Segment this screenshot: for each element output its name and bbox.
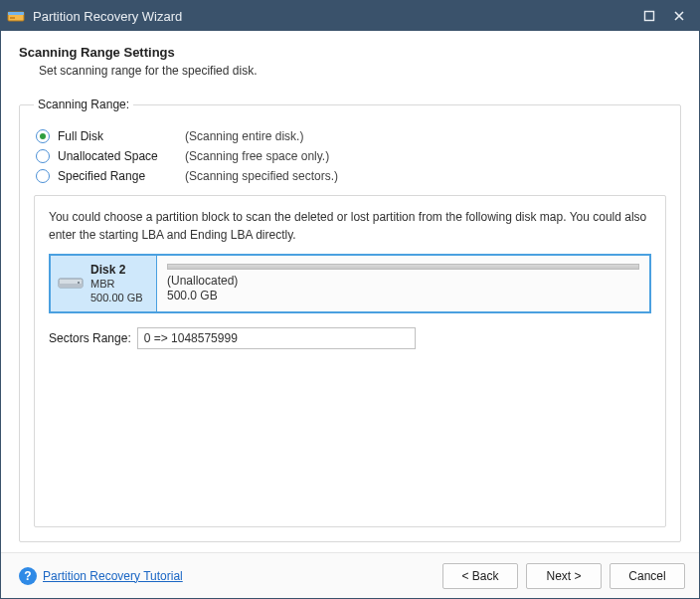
partition-label: (Unallocated) 500.0 GB: [167, 274, 639, 303]
radio-icon[interactable]: [36, 129, 50, 143]
page-title: Scanning Range Settings: [19, 45, 681, 60]
radio-option-full-disk[interactable]: Full Disk (Scanning entire disk.): [36, 129, 666, 143]
help-link-wrap: ? Partition Recovery Tutorial: [19, 567, 435, 585]
radio-label: Full Disk: [58, 129, 177, 143]
help-icon[interactable]: ?: [19, 567, 37, 585]
maximize-button[interactable]: [641, 8, 657, 24]
partition-bar: [167, 264, 639, 270]
radio-desc: (Scanning entire disk.): [185, 129, 303, 143]
svg-rect-1: [8, 12, 24, 15]
next-button[interactable]: Next >: [526, 563, 602, 589]
disk-meta: Disk 2 MBR 500.00 GB: [90, 263, 143, 305]
radio-desc: (Scanning specified sectors.): [185, 169, 338, 183]
page-subtitle: Set scanning range for the specified dis…: [39, 64, 681, 78]
cancel-button[interactable]: Cancel: [610, 563, 685, 589]
sectors-row: Sectors Range:: [49, 327, 651, 349]
close-button[interactable]: [671, 8, 687, 24]
svg-rect-2: [10, 17, 15, 19]
wizard-window: Partition Recovery Wizard Scanning Range…: [0, 0, 700, 599]
fieldset-legend: Scanning Range:: [34, 98, 133, 111]
radio-label: Unallocated Space: [58, 149, 177, 163]
radio-icon[interactable]: [36, 169, 50, 183]
svg-rect-3: [645, 12, 654, 21]
titlebar: Partition Recovery Wizard: [1, 1, 699, 31]
disk-name: Disk 2: [90, 263, 143, 278]
radio-option-unallocated[interactable]: Unallocated Space (Scanning free space o…: [36, 149, 666, 163]
disk-map-box: You could choose a partition block to sc…: [34, 195, 666, 527]
radio-option-specified[interactable]: Specified Range (Scanning specified sect…: [36, 169, 666, 183]
radio-label: Specified Range: [58, 169, 177, 183]
partition-name: (Unallocated): [167, 274, 238, 288]
disk-size: 500.00 GB: [90, 292, 143, 305]
radio-group: Full Disk (Scanning entire disk.) Unallo…: [36, 129, 666, 183]
scanning-range-fieldset: Scanning Range: Full Disk (Scanning enti…: [19, 98, 681, 542]
radio-desc: (Scanning free space only.): [185, 149, 329, 163]
partition-size: 500.0 GB: [167, 289, 218, 302]
footer: ? Partition Recovery Tutorial < Back Nex…: [1, 552, 699, 598]
sectors-label: Sectors Range:: [49, 331, 131, 345]
disk-header: Disk 2 MBR 500.00 GB: [51, 256, 156, 311]
content-area: Scanning Range Settings Set scanning ran…: [1, 31, 699, 552]
svg-point-6: [78, 282, 80, 284]
titlebar-controls: [641, 8, 693, 24]
svg-rect-5: [59, 284, 83, 288]
radio-icon[interactable]: [36, 149, 50, 163]
disk-row[interactable]: Disk 2 MBR 500.00 GB (Unallocated) 500.0…: [49, 254, 651, 313]
window-title: Partition Recovery Wizard: [33, 9, 641, 24]
disk-icon: [57, 276, 85, 292]
partition-block[interactable]: (Unallocated) 500.0 GB: [156, 256, 649, 311]
disk-scheme: MBR: [90, 278, 143, 292]
sectors-input[interactable]: [137, 327, 416, 349]
helptext: You could choose a partition block to sc…: [49, 208, 651, 244]
back-button[interactable]: < Back: [442, 563, 518, 589]
app-icon: [7, 7, 25, 25]
help-link[interactable]: Partition Recovery Tutorial: [43, 569, 183, 583]
